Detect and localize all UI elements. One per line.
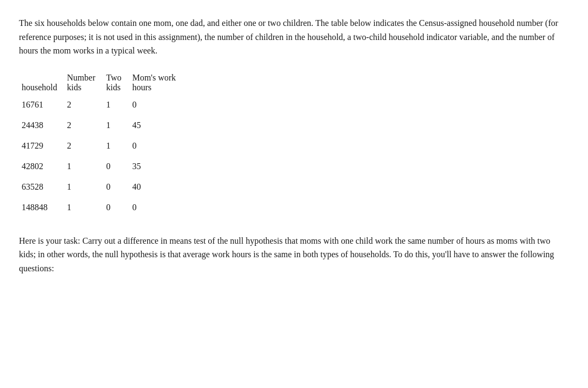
col-header-household: household: [22, 73, 67, 95]
table-row: 428021035: [22, 156, 187, 177]
cell-number_kids-3: 1: [67, 156, 106, 177]
cell-moms_work_hours-1: 45: [132, 115, 187, 136]
intro-paragraph: The six households below contain one mom…: [19, 16, 569, 58]
data-table: household Number kids Two kids Mom's wor…: [22, 73, 187, 218]
conclusion-paragraph: Here is your task: Carry out a differenc…: [19, 234, 569, 276]
header-kids-label1: kids: [67, 83, 82, 92]
cell-household-3: 42802: [22, 156, 67, 177]
table-header-row: household Number kids Two kids Mom's wor…: [22, 73, 187, 95]
cell-moms_work_hours-3: 35: [132, 156, 187, 177]
cell-number_kids-5: 1: [67, 197, 106, 218]
cell-moms_work_hours-2: 0: [132, 136, 187, 156]
cell-two_kids-1: 1: [106, 115, 132, 136]
table-row: 244382145: [22, 115, 187, 136]
col-header-two-kids: Two kids: [106, 73, 132, 95]
cell-household-1: 24438: [22, 115, 67, 136]
cell-moms_work_hours-5: 0: [132, 197, 187, 218]
cell-two_kids-0: 1: [106, 95, 132, 115]
header-number-label: Number: [67, 73, 95, 82]
cell-moms_work_hours-4: 40: [132, 177, 187, 197]
header-hours-label: hours: [132, 83, 151, 92]
cell-household-2: 41729: [22, 136, 67, 156]
cell-moms_work_hours-0: 0: [132, 95, 187, 115]
col-header-moms-work-hours: Mom's work hours: [132, 73, 187, 95]
cell-two_kids-3: 0: [106, 156, 132, 177]
cell-household-0: 16761: [22, 95, 67, 115]
col-header-number-kids: Number kids: [67, 73, 106, 95]
table-row: 41729210: [22, 136, 187, 156]
cell-two_kids-5: 0: [106, 197, 132, 218]
cell-two_kids-4: 0: [106, 177, 132, 197]
cell-household-4: 63528: [22, 177, 67, 197]
cell-number_kids-0: 2: [67, 95, 106, 115]
header-two-label: Two: [106, 73, 121, 82]
header-household-label: household: [22, 83, 57, 92]
cell-number_kids-2: 2: [67, 136, 106, 156]
header-kids-label2: kids: [106, 83, 121, 92]
table-row: 635281040: [22, 177, 187, 197]
header-moms-work-label: Mom's work: [132, 73, 176, 82]
table-row: 16761210: [22, 95, 187, 115]
cell-household-5: 148848: [22, 197, 67, 218]
cell-number_kids-4: 1: [67, 177, 106, 197]
cell-number_kids-1: 2: [67, 115, 106, 136]
cell-two_kids-2: 1: [106, 136, 132, 156]
table-row: 148848100: [22, 197, 187, 218]
